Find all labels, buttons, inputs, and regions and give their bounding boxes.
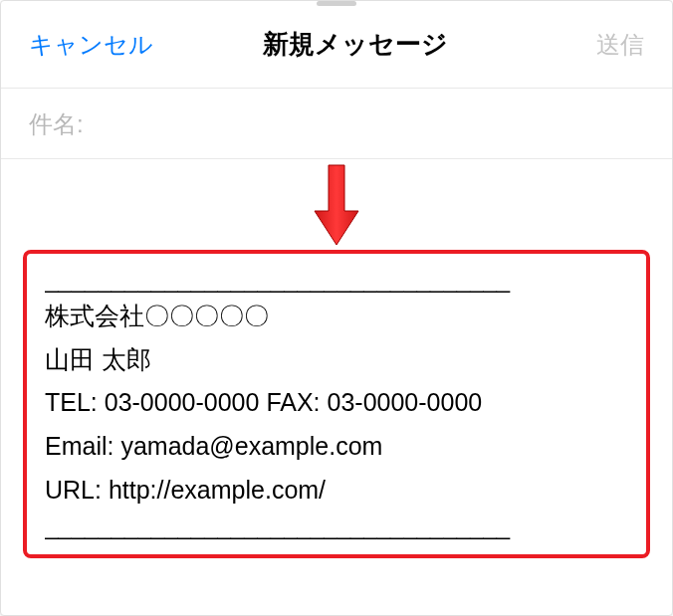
subject-row[interactable]: 件名: — [1, 89, 672, 159]
page-title: 新規メッセージ — [113, 27, 596, 62]
signature-highlight-box: ___________________________________ 株式会社… — [23, 250, 650, 558]
signature-email: Email: yamada@example.com — [45, 425, 628, 469]
signature-company: 株式会社〇〇〇〇〇 — [45, 295, 628, 338]
arrow-down-icon — [312, 163, 361, 248]
subject-label: 件名: — [29, 110, 84, 137]
drag-handle[interactable] — [317, 1, 356, 6]
signature-url: URL: http://example.com/ — [45, 469, 628, 513]
arrow-annotation — [1, 159, 672, 250]
header: キャンセル 新規メッセージ 送信 — [1, 1, 672, 89]
compose-window: キャンセル 新規メッセージ 送信 件名: ___________________… — [0, 0, 673, 616]
signature-name: 山田 太郎 — [45, 338, 628, 382]
send-button[interactable]: 送信 — [596, 29, 644, 61]
signature-tel-fax: TEL: 03-0000-0000 FAX: 03-0000-0000 — [45, 381, 628, 425]
signature-divider-top: ___________________________________ — [45, 266, 628, 295]
signature-divider-bottom: ___________________________________ — [45, 513, 628, 541]
